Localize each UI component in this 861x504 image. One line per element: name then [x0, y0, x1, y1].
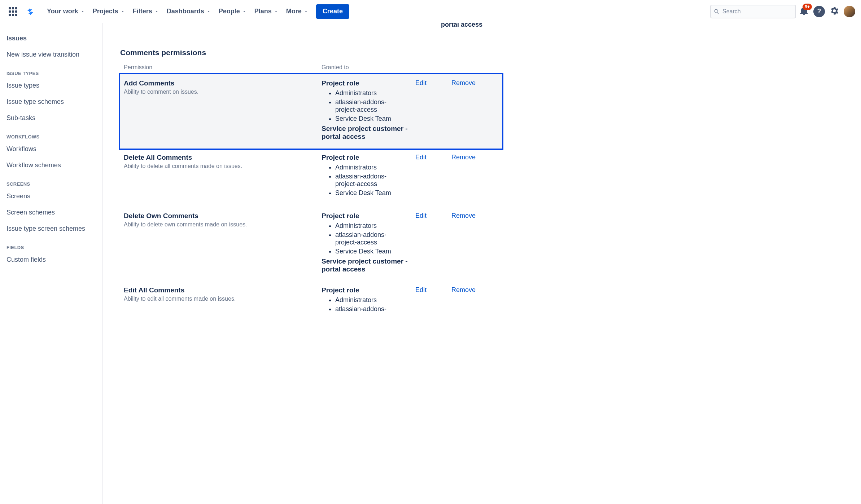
- remove-link[interactable]: Remove: [451, 154, 476, 161]
- settings-icon[interactable]: [829, 6, 839, 17]
- remove-link[interactable]: Remove: [451, 212, 476, 219]
- permission-desc: Ability to comment on issues.: [124, 89, 314, 95]
- sidebar-group-label: ISSUE TYPES: [5, 63, 99, 78]
- grant-role: Administrators: [335, 221, 408, 230]
- grant-role: atlassian-addons-project-access: [335, 98, 408, 114]
- grant-role-label: Project role: [322, 212, 408, 220]
- remove-link[interactable]: Remove: [451, 286, 476, 293]
- table-row: Delete Own Comments Ability to delete ow…: [120, 207, 502, 281]
- main-content: portal access Comments permissions Permi…: [102, 23, 861, 504]
- grant-role-list: Administratorsatlassian-addons-project-a…: [322, 163, 408, 198]
- grant-role: atlassian-addons-: [335, 305, 408, 314]
- th-granted: Granted to: [318, 59, 412, 74]
- nav-item-label: Projects: [93, 8, 118, 15]
- permissions-table: Permission Granted to Add Comments Abili…: [120, 59, 502, 323]
- create-button[interactable]: Create: [316, 4, 349, 19]
- grant-role-list: Administratorsatlassian-addons-project-a…: [322, 221, 408, 256]
- nav-item-label: Filters: [133, 8, 152, 15]
- permission-name: Edit All Comments: [124, 286, 314, 294]
- sidebar-group-label: FIELDS: [5, 237, 99, 252]
- edit-link[interactable]: Edit: [415, 286, 427, 293]
- permission-name: Delete Own Comments: [124, 212, 314, 220]
- sidebar-link[interactable]: Issue type screen schemes: [5, 221, 99, 237]
- table-row: Edit All Comments Ability to edit all co…: [120, 281, 502, 323]
- nav-item-projects[interactable]: Projects: [89, 4, 128, 19]
- sidebar-link[interactable]: Custom fields: [5, 252, 99, 268]
- nav-item-plans[interactable]: Plans: [251, 4, 282, 19]
- nav-item-people[interactable]: People: [215, 4, 250, 19]
- notification-badge: 9+: [803, 4, 812, 10]
- nav-item-label: Plans: [254, 8, 272, 15]
- table-row: Delete All Comments Ability to delete al…: [120, 149, 502, 207]
- grant-role: atlassian-addons-project-access: [335, 230, 408, 247]
- permission-desc: Ability to delete own comments made on i…: [124, 221, 314, 228]
- sidebar: Issues New issue view transition ISSUE T…: [0, 23, 102, 504]
- remove-link[interactable]: Remove: [451, 79, 476, 87]
- top-nav: Your workProjectsFiltersDashboardsPeople…: [0, 0, 861, 23]
- sidebar-link[interactable]: Workflow schemes: [5, 157, 99, 173]
- nav-item-filters[interactable]: Filters: [129, 4, 162, 19]
- sidebar-link[interactable]: Screens: [5, 188, 99, 204]
- avatar[interactable]: [844, 6, 855, 17]
- notifications-button[interactable]: 9+: [799, 6, 809, 17]
- sidebar-link[interactable]: Workflows: [5, 141, 99, 157]
- sidebar-link[interactable]: Issue type schemes: [5, 94, 99, 110]
- sidebar-link[interactable]: Screen schemes: [5, 204, 99, 221]
- nav-item-label: Dashboards: [167, 8, 204, 15]
- section-title: Comments permissions: [120, 48, 845, 57]
- grant-role: Administrators: [335, 296, 408, 305]
- grant-role-label: Project role: [322, 286, 408, 294]
- nav-item-your work[interactable]: Your work: [43, 4, 88, 19]
- permission-desc: Ability to edit all comments made on iss…: [124, 296, 314, 302]
- table-row: Add Comments Ability to comment on issue…: [120, 74, 502, 149]
- nav-item-group: Your workProjectsFiltersDashboardsPeople…: [43, 4, 312, 19]
- grant-role-list: Administratorsatlassian-addons-project-a…: [322, 89, 408, 123]
- grant-role: Administrators: [335, 163, 408, 172]
- permission-name: Add Comments: [124, 79, 314, 87]
- sidebar-link[interactable]: Issue types: [5, 78, 99, 94]
- help-icon[interactable]: ?: [813, 6, 825, 17]
- clipped-text: portal access: [441, 23, 482, 28]
- search-icon: [714, 8, 720, 15]
- grant-extra: Service project customer - portal access: [322, 257, 408, 273]
- search-input[interactable]: [722, 8, 792, 15]
- grant-role: atlassian-addons-project-access: [335, 172, 408, 189]
- nav-item-label: Your work: [47, 8, 78, 15]
- nav-item-label: More: [286, 8, 302, 15]
- app-switcher-icon[interactable]: [6, 4, 20, 19]
- edit-link[interactable]: Edit: [415, 212, 427, 219]
- sidebar-link-top[interactable]: New issue view transition: [5, 47, 99, 63]
- grant-extra: Service project customer - portal access: [322, 125, 408, 141]
- permission-desc: Ability to delete all comments made on i…: [124, 163, 314, 169]
- grant-role: Service Desk Team: [335, 189, 408, 198]
- nav-item-dashboards[interactable]: Dashboards: [163, 4, 214, 19]
- grant-role: Service Desk Team: [335, 247, 408, 256]
- grant-role-label: Project role: [322, 79, 408, 87]
- th-permission: Permission: [120, 59, 318, 74]
- nav-item-label: People: [219, 8, 240, 15]
- nav-item-more[interactable]: More: [283, 4, 312, 19]
- permission-name: Delete All Comments: [124, 154, 314, 162]
- sidebar-link[interactable]: Sub-tasks: [5, 110, 99, 126]
- nav-right: 9+ ?: [799, 6, 855, 17]
- edit-link[interactable]: Edit: [415, 154, 427, 161]
- grant-role: Service Desk Team: [335, 114, 408, 123]
- edit-link[interactable]: Edit: [415, 79, 427, 87]
- grant-role-list: Administratorsatlassian-addons-: [322, 296, 408, 314]
- sidebar-header[interactable]: Issues: [5, 30, 99, 47]
- grant-role-label: Project role: [322, 154, 408, 162]
- search-box[interactable]: [710, 5, 796, 18]
- sidebar-group-label: SCREENS: [5, 173, 99, 188]
- sidebar-group-label: WORKFLOWS: [5, 126, 99, 141]
- jira-logo-icon[interactable]: [23, 4, 38, 19]
- grant-role: Administrators: [335, 89, 408, 98]
